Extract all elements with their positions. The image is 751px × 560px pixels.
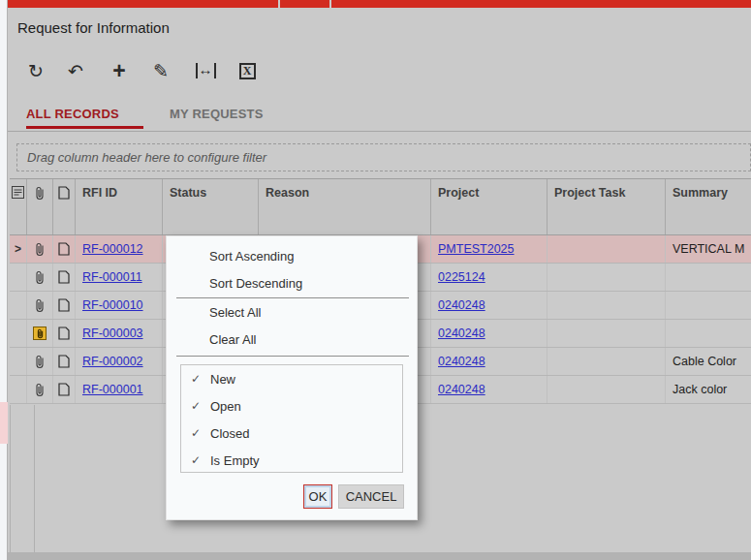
add-record-icon[interactable]: + [107, 58, 132, 83]
note-icon[interactable] [53, 292, 76, 319]
filter-option-closed[interactable]: ✓ Closed [181, 420, 402, 447]
rfi-id-link[interactable]: RF-000010 [82, 298, 143, 312]
column-header-rfi-id[interactable]: RFI ID [76, 179, 163, 234]
project-task-cell [548, 292, 666, 319]
export-excel-icon[interactable]: X [235, 58, 260, 83]
active-tab-underline [26, 126, 143, 129]
row-header-cell [10, 348, 27, 375]
project-link[interactable]: 0225124 [438, 270, 485, 284]
summary-cell: VERTICAL M [666, 235, 751, 263]
note-icon[interactable] [53, 235, 76, 263]
summary-cell: Cable Color [666, 348, 751, 375]
summary-cell [666, 320, 751, 347]
project-task-cell [548, 264, 666, 291]
filter-options-list: ✓ New ✓ Open ✓ Closed ✓ Is Empty [180, 364, 403, 473]
attachment-badge-icon[interactable] [27, 320, 53, 347]
ok-button[interactable]: OK [303, 484, 332, 509]
filter-option-is-empty[interactable]: ✓ Is Empty [181, 447, 402, 474]
column-header-status[interactable]: Status [163, 179, 259, 234]
top-nav-segment-3[interactable] [331, 0, 751, 8]
column-header-reason[interactable]: Reason [259, 179, 431, 234]
top-nav-segment-2[interactable] [280, 0, 329, 8]
rfi-id-link[interactable]: RF-000012 [82, 242, 143, 256]
note-icon[interactable] [53, 264, 76, 291]
rfi-id-link[interactable]: RF-000011 [82, 270, 142, 284]
page-title: Request for Information [17, 19, 170, 36]
filter-option-label: Is Empty [210, 453, 260, 468]
menu-item-sort-ascending[interactable]: Sort Ascending [167, 242, 417, 269]
summary-cell: Jack color [666, 376, 751, 403]
checkmark-icon: ✓ [191, 453, 210, 467]
summary-cell [666, 292, 751, 319]
tab-my-requests[interactable]: MY REQUESTS [170, 107, 264, 121]
rfi-id-link[interactable]: RF-000002 [82, 355, 143, 368]
project-link[interactable]: 0240248 [438, 383, 485, 396]
app-window: Request for Information ↻ ↶ + ✎ ↔ X ALL … [0, 0, 751, 560]
rfi-id-link[interactable]: RF-000003 [82, 327, 143, 340]
filter-option-label: Closed [210, 426, 249, 441]
row-header-cell [10, 292, 27, 319]
status-column-filter-menu: Sort Ascending Sort Descending Select Al… [166, 235, 418, 520]
undo-icon[interactable]: ↶ [63, 58, 88, 83]
menu-item-clear-all[interactable]: Clear All [167, 326, 417, 353]
filter-option-new[interactable]: ✓ New [181, 365, 402, 392]
edit-record-icon[interactable]: ✎ [148, 58, 173, 83]
project-link[interactable]: PMTEST2025 [438, 242, 515, 256]
summary-cell [666, 264, 751, 291]
bottom-edge-strip [8, 552, 751, 560]
checkmark-icon: ✓ [191, 372, 210, 386]
paperclip-icon[interactable] [27, 235, 53, 263]
paperclip-icon[interactable] [27, 348, 53, 375]
note-icon[interactable] [53, 320, 76, 347]
menu-separator [176, 356, 409, 357]
row-header-column-band [10, 405, 35, 552]
filter-option-open[interactable]: ✓ Open [181, 392, 402, 420]
column-header-project[interactable]: Project [431, 179, 548, 234]
project-task-cell [548, 348, 666, 375]
selected-row-arrow: > [10, 235, 27, 263]
row-header-cell [10, 264, 27, 291]
tab-all-records[interactable]: ALL RECORDS [26, 107, 119, 121]
attachments-column-icon[interactable] [27, 179, 53, 234]
row-settings-icon[interactable] [10, 179, 27, 234]
left-edge-margin [0, 0, 8, 560]
menu-item-sort-descending[interactable]: Sort Descending [167, 269, 417, 296]
tabs-divider [8, 131, 751, 132]
paperclip-filled-icon [33, 327, 47, 340]
grid-header-row: RFI ID Status Reason Project Project Tas… [10, 178, 751, 235]
checkmark-icon: ✓ [191, 426, 210, 440]
note-icon[interactable] [53, 376, 76, 403]
fit-width-icon[interactable]: ↔ [193, 58, 218, 83]
row-header-cell [10, 376, 27, 403]
menu-item-select-all[interactable]: Select All [167, 298, 417, 326]
top-nav-segment-1[interactable] [8, 0, 278, 8]
paperclip-icon[interactable] [27, 376, 53, 403]
cancel-button[interactable]: CANCEL [338, 484, 404, 509]
rfi-id-link[interactable]: RF-000001 [82, 383, 143, 396]
project-link[interactable]: 0240248 [438, 355, 485, 368]
filter-option-label: Open [210, 399, 241, 414]
paperclip-icon[interactable] [27, 264, 53, 291]
project-task-cell [548, 320, 666, 347]
note-icon[interactable] [53, 348, 76, 375]
project-link[interactable]: 0240248 [438, 298, 485, 312]
row-header-cell [10, 320, 27, 347]
checkmark-icon: ✓ [191, 399, 210, 413]
paperclip-icon[interactable] [27, 292, 53, 319]
filter-option-label: New [210, 372, 235, 387]
column-header-summary[interactable]: Summary [666, 179, 751, 234]
notes-column-icon[interactable] [53, 179, 76, 234]
filter-drop-zone[interactable]: Drag column header here to configure fil… [16, 143, 751, 171]
project-task-cell [548, 376, 666, 403]
left-edge-highlight [0, 402, 8, 444]
column-header-project-task[interactable]: Project Task [548, 179, 666, 234]
filter-hint-text: Drag column header here to configure fil… [17, 150, 266, 165]
project-task-cell [548, 235, 666, 263]
refresh-icon[interactable]: ↻ [23, 58, 48, 83]
project-link[interactable]: 0240248 [438, 327, 485, 340]
